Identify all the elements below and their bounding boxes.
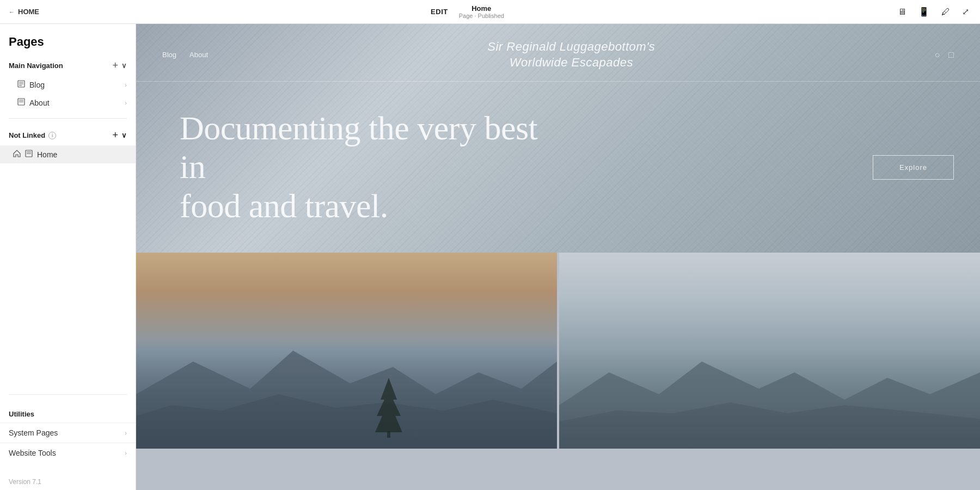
- home-page-type-icon: [25, 150, 33, 159]
- version-label: Version 7.1: [0, 469, 136, 490]
- not-linked-actions: + ∨: [112, 130, 127, 141]
- tree-svg: [372, 372, 405, 438]
- photo-grid: [136, 253, 980, 449]
- system-pages-label: System Pages: [9, 428, 58, 437]
- top-bar: ← HOME EDIT Home Page · Published 🖥 📱 🖊 …: [0, 0, 980, 24]
- blog-page-icon: [17, 80, 25, 89]
- add-not-linked-icon[interactable]: +: [112, 130, 118, 141]
- photo-left: [136, 253, 557, 449]
- site-nav-blog[interactable]: Blog: [162, 51, 176, 59]
- page-info: Home Page · Published: [459, 4, 504, 19]
- page-status: Page · Published: [459, 13, 504, 19]
- nav-item-blog[interactable]: Blog ›: [0, 76, 136, 94]
- top-bar-right: 🖥 📱 🖊 ⤢: [896, 4, 971, 19]
- cart-icon[interactable]: □: [948, 50, 954, 60]
- site-title-line2: Worldwide Escapades: [487, 55, 655, 71]
- main-navigation-section: Main Navigation + ∨: [0, 56, 136, 76]
- home-label: Home: [37, 150, 57, 159]
- mountain-left-svg: [136, 318, 557, 449]
- explore-button[interactable]: Explore: [873, 155, 954, 180]
- about-page-icon: [17, 98, 25, 107]
- svg-rect-10: [387, 431, 390, 438]
- collapse-main-nav-icon[interactable]: ∨: [121, 62, 127, 70]
- website-tools-label: Website Tools: [9, 449, 56, 457]
- home-icon: [13, 150, 21, 159]
- hero-heading-line2: food and travel.: [180, 187, 550, 225]
- divider-1: [9, 118, 127, 119]
- mobile-view-icon[interactable]: 📱: [916, 4, 932, 19]
- site-navigation: Blog About Sir Reginald Luggagebottom's …: [136, 24, 980, 81]
- edit-label[interactable]: EDIT: [431, 8, 448, 16]
- photo-right: [559, 253, 980, 449]
- hero-content: Documenting the very best in food and tr…: [136, 82, 980, 253]
- not-linked-section: Not Linked i + ∨: [0, 125, 136, 145]
- system-pages-item[interactable]: System Pages ›: [0, 422, 136, 443]
- site-nav-links: Blog About: [162, 51, 208, 59]
- hero-heading-line1: Documenting the very best in: [180, 109, 550, 187]
- website-tools-item[interactable]: Website Tools ›: [0, 443, 136, 463]
- website-preview: Blog About Sir Reginald Luggagebottom's …: [136, 24, 980, 490]
- blog-label: Blog: [29, 81, 45, 89]
- not-linked-info-icon[interactable]: i: [48, 132, 56, 139]
- site-nav-icons: ○ □: [935, 50, 954, 60]
- site-title-line1: Sir Reginald Luggagebottom's: [487, 39, 655, 55]
- site-title: Sir Reginald Luggagebottom's Worldwide E…: [487, 39, 655, 70]
- hero-section: Blog About Sir Reginald Luggagebottom's …: [136, 24, 980, 253]
- nav-item-about[interactable]: About ›: [0, 94, 136, 112]
- back-arrow-icon: ←: [9, 9, 15, 15]
- top-bar-left: ← HOME: [9, 8, 39, 16]
- page-title: Home: [459, 4, 504, 13]
- preview-area: Blog About Sir Reginald Luggagebottom's …: [136, 24, 980, 490]
- mountain-right-svg: [559, 318, 980, 449]
- main-navigation-label: Main Navigation: [9, 62, 63, 70]
- site-nav-about[interactable]: About: [189, 51, 208, 59]
- add-main-nav-icon[interactable]: +: [112, 60, 118, 71]
- about-chevron-icon: ›: [125, 100, 127, 106]
- main-layout: Pages Main Navigation + ∨ Blog: [0, 24, 980, 490]
- blog-chevron-icon: ›: [125, 82, 127, 88]
- utilities-label: Utilities: [0, 408, 136, 422]
- desktop-view-icon[interactable]: 🖥: [896, 5, 909, 19]
- collapse-not-linked-icon[interactable]: ∨: [121, 131, 127, 139]
- about-label: About: [29, 99, 50, 107]
- top-bar-center: EDIT Home Page · Published: [431, 4, 504, 19]
- main-nav-actions: + ∨: [112, 60, 127, 71]
- search-icon[interactable]: ○: [935, 50, 940, 60]
- divider-2: [9, 394, 127, 395]
- edit-pen-icon[interactable]: 🖊: [939, 5, 952, 19]
- back-label[interactable]: HOME: [18, 8, 39, 16]
- utilities-section: Utilities System Pages › Website Tools ›: [0, 401, 136, 469]
- hero-heading: Documenting the very best in food and tr…: [180, 109, 550, 225]
- not-linked-label: Not Linked: [9, 131, 45, 139]
- home-page-item[interactable]: Home: [0, 145, 136, 163]
- sidebar: Pages Main Navigation + ∨ Blog: [0, 24, 136, 490]
- sidebar-pages-title: Pages: [0, 24, 136, 56]
- website-tools-chevron-icon: ›: [125, 450, 127, 456]
- system-pages-chevron-icon: ›: [125, 430, 127, 436]
- expand-icon[interactable]: ⤢: [960, 4, 971, 19]
